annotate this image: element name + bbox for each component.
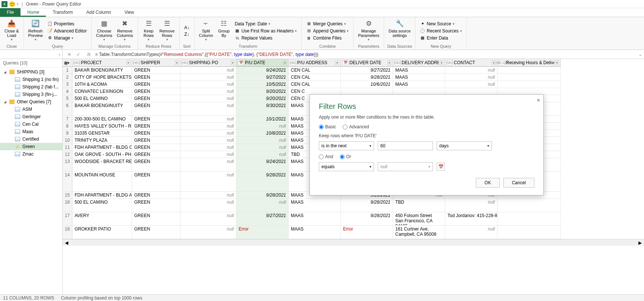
- column-header[interactable]: ABC123Receving Hours & Delivery Notes▾: [497, 59, 561, 67]
- cell[interactable]: 9/30/2021: [236, 102, 289, 116]
- scroll-right-icon[interactable]: ▶: [638, 240, 642, 245]
- cell[interactable]: GREEN: [132, 116, 180, 123]
- cell[interactable]: GREEN: [132, 144, 180, 151]
- row-number[interactable]: 16: [63, 199, 72, 212]
- row-number[interactable]: 9: [63, 130, 72, 137]
- cell[interactable]: 9/27/2021: [341, 67, 393, 74]
- combine-files-button[interactable]: 🗎Combine Files: [305, 35, 350, 41]
- cell[interactable]: null: [236, 144, 289, 151]
- cell[interactable]: MAAS: [289, 199, 341, 212]
- cell[interactable]: AVERY: [72, 212, 132, 226]
- cell[interactable]: TRINITY PLAZA: [72, 137, 132, 144]
- cell[interactable]: null: [180, 81, 236, 88]
- column-header[interactable]: 📅DELIVER DATE▾: [341, 59, 393, 67]
- cell[interactable]: GREEN: [132, 95, 180, 102]
- cell[interactable]: GREEN: [132, 88, 180, 95]
- cell[interactable]: GREEN: [132, 137, 180, 144]
- cell[interactable]: OAK GROVE - SOUTH - PH 2: [72, 151, 132, 158]
- cell[interactable]: CITY OF HOPE BRACKETS: [72, 74, 132, 81]
- scroll-left-icon[interactable]: ◀: [65, 240, 68, 245]
- cell[interactable]: GREEN: [132, 123, 180, 130]
- column-header[interactable]: 📅P/U DATE▾: [236, 59, 289, 67]
- cell[interactable]: null: [445, 226, 497, 239]
- tree-folder[interactable]: ◢SHIPPING [3]: [0, 68, 62, 76]
- cell[interactable]: null: [180, 172, 236, 192]
- remove-columns-button[interactable]: ✖Remove Columns: [115, 18, 134, 43]
- cell[interactable]: GREEN: [132, 81, 180, 88]
- cell[interactable]: 9/27/2021: [236, 74, 289, 81]
- tree-query-item[interactable]: Shipping 2 (fab f...: [0, 83, 62, 91]
- row-number[interactable]: 5: [63, 95, 72, 102]
- cell[interactable]: 9/20/2021: [236, 95, 289, 102]
- cell[interactable]: GREEN: [132, 192, 180, 199]
- type-icon[interactable]: ABC: [182, 60, 188, 65]
- cell[interactable]: 9/28/2021: [236, 192, 289, 199]
- cell[interactable]: null: [445, 67, 497, 74]
- cell[interactable]: null: [236, 199, 289, 212]
- row-header-corner[interactable]: ▦▾: [63, 59, 72, 67]
- cell[interactable]: GREEN: [132, 199, 180, 212]
- column-filter-button[interactable]: ▾: [175, 60, 179, 65]
- type-icon[interactable]: ABC: [447, 60, 453, 65]
- tree-query-item[interactable]: Shipping 1 (no fin): [0, 76, 62, 83]
- tree-query-item[interactable]: Cen Cal: [0, 120, 62, 128]
- filter-value-1[interactable]: [378, 141, 433, 150]
- cell[interactable]: 9/27/2021: [236, 212, 289, 226]
- cell[interactable]: 9/24/2021: [236, 158, 289, 172]
- recent-sources-button[interactable]: 🕘Recent Sources: [418, 28, 463, 34]
- row-number[interactable]: 7: [63, 116, 72, 123]
- cell[interactable]: GREEN: [132, 172, 180, 192]
- cell[interactable]: null: [180, 88, 236, 95]
- row-number[interactable]: 3: [63, 81, 72, 88]
- cell[interactable]: Error: [341, 226, 393, 239]
- cell[interactable]: 31035 GENSTAR: [72, 130, 132, 137]
- cell[interactable]: null: [236, 123, 289, 130]
- cell[interactable]: null: [180, 151, 236, 158]
- group-by-button[interactable]: ☷Group By: [216, 18, 232, 43]
- cell[interactable]: MOUNTAIN HOUSE: [72, 172, 132, 192]
- filter-unit-1[interactable]: days▾: [437, 141, 492, 150]
- cell[interactable]: null: [180, 226, 236, 239]
- cell[interactable]: GREEN: [132, 74, 180, 81]
- horizontal-scrollbar[interactable]: ◀ ▶: [63, 239, 644, 246]
- formula-cancel-button[interactable]: ✕: [66, 51, 73, 58]
- column-filter-button[interactable]: ▾: [387, 60, 391, 65]
- row-number[interactable]: 13: [63, 158, 72, 172]
- data-source-settings-button[interactable]: 🔧Data source settings: [387, 18, 412, 43]
- cell[interactable]: CONVATEC LEXINGON: [72, 88, 132, 95]
- cell[interactable]: null: [236, 151, 289, 158]
- or-radio[interactable]: Or: [340, 154, 351, 159]
- tab-transform[interactable]: Transform: [46, 8, 79, 17]
- and-radio-input[interactable]: [319, 154, 324, 159]
- cell[interactable]: 9/28/2021: [341, 199, 393, 212]
- cell[interactable]: FDH APARTMENT - BLDG C: [72, 144, 132, 151]
- sort-asc-button[interactable]: A↓: [184, 25, 190, 31]
- cell[interactable]: GROKKER PATIO: [72, 226, 132, 239]
- or-radio-input[interactable]: [340, 154, 345, 159]
- cell[interactable]: [497, 81, 561, 88]
- cell[interactable]: 450 Folsom Street San Francisco, CA 9410…: [393, 212, 445, 226]
- cell[interactable]: null: [445, 74, 497, 81]
- row-number[interactable]: 15: [63, 192, 72, 199]
- tab-home[interactable]: Home: [21, 8, 46, 17]
- cell[interactable]: null: [180, 95, 236, 102]
- tree-query-item[interactable]: ASM: [0, 106, 62, 113]
- row-number[interactable]: 11: [63, 144, 72, 151]
- split-column-button[interactable]: ⫟Split Column: [198, 18, 215, 43]
- dialog-close-button[interactable]: ✕: [537, 97, 540, 103]
- filter-value-2[interactable]: null▾: [378, 162, 433, 171]
- basic-radio-input[interactable]: [319, 125, 324, 129]
- cell[interactable]: [497, 212, 561, 226]
- cell[interactable]: null: [236, 137, 289, 144]
- column-filter-button[interactable]: ▾: [126, 60, 130, 65]
- data-type-button[interactable]: Data Type: Date: [233, 21, 298, 27]
- cell[interactable]: GREEN: [132, 158, 180, 172]
- cell[interactable]: [497, 67, 561, 74]
- tree-query-item[interactable]: Shipping 3 (fin-j...: [0, 91, 62, 98]
- cell[interactable]: 161 Curtner Ave, Campbell, CA 95008: [393, 226, 445, 239]
- cell[interactable]: null: [180, 123, 236, 130]
- cell[interactable]: null: [180, 102, 236, 116]
- tab-file[interactable]: File: [0, 8, 21, 17]
- row-number[interactable]: 10: [63, 137, 72, 144]
- row-number[interactable]: 8: [63, 123, 72, 130]
